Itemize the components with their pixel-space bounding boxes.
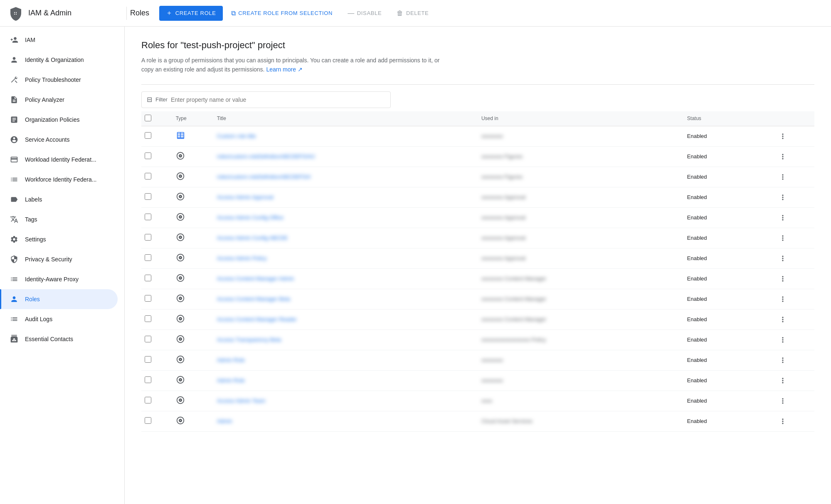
sidebar-item-audit-logs[interactable]: Audit Logs	[0, 309, 118, 329]
row-checkbox-10[interactable]	[145, 336, 151, 342]
sidebar-item-identity-aware-proxy[interactable]: Identity-Aware Proxy	[0, 269, 118, 289]
row-checkbox-14[interactable]	[145, 417, 151, 424]
role-title-12[interactable]: Admin Role	[217, 377, 245, 384]
more-menu-button-12[interactable]	[775, 375, 790, 386]
role-title-6[interactable]: Access Admin Policy	[217, 255, 267, 261]
row-checkbox-2[interactable]	[145, 173, 151, 179]
sidebar-item-policy-analyzer[interactable]: Policy Analyzer	[0, 90, 118, 110]
more-menu-button-13[interactable]	[775, 395, 790, 407]
more-menu-button-11[interactable]	[775, 354, 790, 366]
role-title-1[interactable]: roles/custom.roleDefinitionABCDEFGHIJ	[217, 153, 315, 160]
sidebar-item-labels[interactable]: Labels	[0, 189, 118, 209]
learn-more-link[interactable]: Learn more ↗	[266, 66, 302, 73]
th-title: Title	[212, 111, 476, 126]
select-all-checkbox[interactable]	[145, 115, 151, 121]
role-title-7[interactable]: Access Content Manager Admin	[217, 275, 294, 282]
role-title-0[interactable]: Custom role title	[217, 133, 256, 139]
role-title-8[interactable]: Access Content Manager Beta	[217, 296, 290, 302]
sidebar-item-tags[interactable]: Tags	[0, 209, 118, 229]
more-menu-button-9[interactable]	[775, 314, 790, 325]
table-row: Access Content Manager Readerxxxxxxxx Co…	[141, 309, 814, 329]
more-menu-button-1[interactable]	[775, 151, 790, 162]
used-in-12: xxxxxxxx	[481, 377, 503, 384]
app-logo: IAM & Admin	[7, 6, 123, 21]
status-badge-13: Enabled	[687, 398, 707, 404]
more-menu-button-14[interactable]	[775, 415, 790, 427]
row-checkbox-0[interactable]	[145, 132, 151, 139]
more-menu-button-3[interactable]	[775, 192, 790, 203]
create-role-button[interactable]: ＋ CREATE ROLE	[159, 6, 223, 21]
sidebar-item-workload-identity-fed[interactable]: Workload Identity Federat...	[0, 150, 118, 170]
row-checkbox-7[interactable]	[145, 275, 151, 281]
sidebar-item-iam[interactable]: IAM	[0, 30, 118, 50]
row-checkbox-3[interactable]	[145, 193, 151, 200]
type-icon-11	[176, 359, 185, 365]
used-in-6: xxxxxxxx Approval	[481, 255, 525, 261]
used-in-1: xxxxxxxx Figures	[481, 153, 523, 160]
table-row: Access Content Manager Adminxxxxxxxx Con…	[141, 268, 814, 289]
used-in-14: Cloud Asset Services	[481, 418, 533, 424]
role-title-9[interactable]: Access Content Manager Reader	[217, 316, 297, 322]
role-title-11[interactable]: Admin Role	[217, 357, 245, 363]
row-checkbox-6[interactable]	[145, 254, 151, 261]
role-title-2[interactable]: roles/custom.roleDefinitionABCDEFGH	[217, 174, 311, 180]
table-row: Access Admin TeamxxxxEnabled	[141, 391, 814, 411]
iam-admin-logo	[8, 6, 23, 21]
role-title-13[interactable]: Access Admin Team	[217, 398, 266, 404]
more-menu-button-7[interactable]	[775, 273, 790, 285]
role-title-4[interactable]: Access Admin Config Office	[217, 214, 284, 221]
type-icon-13	[176, 400, 185, 406]
disable-button[interactable]: — DISABLE	[341, 6, 388, 21]
role-title-10[interactable]: Access Transparency Beta	[217, 337, 281, 343]
filter-input[interactable]	[171, 96, 385, 103]
more-menu-button-8[interactable]	[775, 293, 790, 305]
sidebar-item-identity-org[interactable]: Identity & Organization	[0, 50, 118, 70]
th-used-in: Used in	[476, 111, 682, 126]
row-checkbox-1[interactable]	[145, 152, 151, 159]
status-badge-1: Enabled	[687, 153, 707, 160]
more-menu-button-5[interactable]	[775, 232, 790, 244]
table-row: Custom role titlexxxxxxxxEnabled	[141, 126, 814, 146]
role-title-5[interactable]: Access Admin Config ABCDE	[217, 235, 288, 241]
status-badge-6: Enabled	[687, 255, 707, 261]
row-checkbox-13[interactable]	[145, 397, 151, 403]
sidebar-label-labels: Labels	[25, 196, 42, 203]
table-row: Admin RolexxxxxxxxEnabled	[141, 350, 814, 370]
more-menu-button-0[interactable]	[775, 130, 790, 142]
sidebar-item-roles[interactable]: Roles	[0, 289, 118, 309]
sidebar-label-roles: Roles	[25, 296, 40, 302]
row-checkbox-4[interactable]	[145, 214, 151, 220]
sidebar-label-workforce-identity-fed: Workforce Identity Federa...	[25, 176, 96, 183]
more-menu-button-6[interactable]	[775, 253, 790, 264]
create-role-from-selection-button[interactable]: ⧉ CREATE ROLE FROM SELECTION	[224, 6, 340, 21]
table-row: Access Transparency Betaxxxxxxxxxxxxxxxx…	[141, 329, 814, 350]
sidebar-item-privacy-security[interactable]: Privacy & Security	[0, 249, 118, 269]
status-badge-7: Enabled	[687, 275, 707, 282]
roles-table: Type Title Used in Status Custom role ti…	[141, 111, 814, 432]
sidebar-item-workforce-identity-fed[interactable]: Workforce Identity Federa...	[0, 170, 118, 189]
sidebar-item-organization-policies[interactable]: Organization Policies	[0, 110, 118, 130]
row-checkbox-9[interactable]	[145, 315, 151, 322]
policy-troubleshooter-icon	[10, 76, 18, 84]
role-title-14[interactable]: Admin	[217, 418, 232, 424]
sidebar-item-settings[interactable]: Settings	[0, 229, 118, 249]
page-description: A role is a group of permissions that yo…	[141, 56, 441, 74]
row-checkbox-11[interactable]	[145, 356, 151, 363]
row-checkbox-12[interactable]	[145, 376, 151, 383]
sidebar-item-service-accounts[interactable]: Service Accounts	[0, 130, 118, 150]
type-icon-10	[176, 339, 185, 345]
sidebar-label-policy-troubleshooter: Policy Troubleshooter	[25, 76, 81, 83]
table-row: Access Admin Config ABCDExxxxxxxx Approv…	[141, 228, 814, 248]
row-checkbox-8[interactable]	[145, 295, 151, 302]
row-checkbox-5[interactable]	[145, 234, 151, 241]
sidebar-item-essential-contacts[interactable]: Essential Contacts	[0, 329, 118, 349]
table-row: roles/custom.roleDefinitionABCDEFGHIJxxx…	[141, 146, 814, 167]
delete-button[interactable]: 🗑 DELETE	[390, 6, 435, 21]
more-menu-button-10[interactable]	[775, 334, 790, 346]
type-icon-5	[176, 237, 185, 243]
sidebar-item-policy-troubleshooter[interactable]: Policy Troubleshooter	[0, 70, 118, 90]
used-in-8: xxxxxxxx Content Manager	[481, 296, 546, 302]
more-menu-button-4[interactable]	[775, 212, 790, 224]
more-menu-button-2[interactable]	[775, 171, 790, 183]
role-title-3[interactable]: Access Admin Approval	[217, 194, 274, 200]
